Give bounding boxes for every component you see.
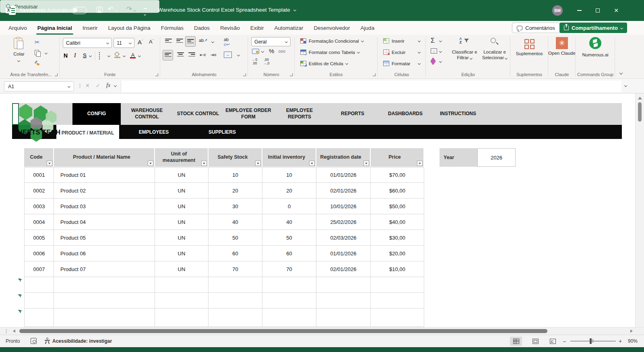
save-icon[interactable] [97, 7, 103, 13]
table-cell[interactable]: $50,00 [371, 199, 424, 214]
ribbon-tab-ajuda[interactable]: Ajuda [355, 21, 380, 35]
align-top-icon[interactable] [165, 39, 172, 43]
table-cell[interactable]: 02/01/2026 [316, 261, 371, 277]
underline-button[interactable]: S [83, 52, 87, 58]
clipboard-dialog-launcher[interactable] [55, 73, 58, 76]
number-format-select[interactable]: Geral [251, 37, 291, 46]
table-cell[interactable]: 20 [262, 183, 316, 198]
clear-dropdown[interactable] [439, 60, 442, 63]
table-cell[interactable]: 0005 [24, 230, 54, 245]
horizontal-scroll-thumb[interactable] [19, 329, 547, 333]
table-cell[interactable]: 0003 [24, 199, 54, 214]
table-cell[interactable]: Product 01 [54, 168, 155, 182]
table-cell[interactable]: Product 05 [54, 230, 155, 245]
conditional-formatting-button[interactable]: Formatação Condicional [300, 38, 363, 43]
copy-dropdown[interactable] [45, 52, 47, 54]
open-claude-button[interactable]: ✳ Open Claude [548, 37, 576, 56]
table-cell[interactable]: 02/01/2026 [316, 183, 371, 198]
table-cell[interactable]: $20,00 [371, 246, 424, 261]
ribbon-tab-p-gina-inicial[interactable]: Página Inicial [32, 21, 77, 35]
table-cell[interactable]: Product 03 [54, 199, 155, 214]
ribbon-tab-revis-o[interactable]: Revisão [215, 21, 245, 35]
table-cell[interactable]: 0 [262, 199, 316, 214]
table-cell[interactable]: $70,00 [371, 168, 424, 182]
fill-color-dropdown[interactable] [123, 54, 126, 57]
font-size-select[interactable]: 11 [114, 38, 134, 48]
align-center-icon[interactable] [177, 52, 184, 56]
table-cell[interactable]: 0004 [24, 214, 54, 230]
accounting-format-icon[interactable] [252, 49, 259, 54]
horizontal-scrollbar[interactable]: ⋮ [0, 327, 644, 335]
sheet-nav-tab-instructions[interactable]: INSTRUCTIONS [430, 103, 486, 125]
formula-bar-handle[interactable]: ⋮ [77, 83, 83, 89]
table-cell[interactable]: 0001 [24, 168, 54, 182]
page-layout-view-button[interactable] [529, 337, 541, 346]
table-cell[interactable]: 50 [208, 230, 262, 245]
font-family-select[interactable]: Calibri [63, 38, 112, 48]
avatar[interactable]: BM [552, 5, 563, 16]
page-break-view-button[interactable] [547, 337, 559, 346]
sheet-sub-tab-product-material[interactable]: PRODUCT / MATERIAL [56, 125, 119, 141]
table-cell[interactable]: $10,00 [371, 261, 424, 277]
filter-button-unit-of-measurement[interactable] [201, 161, 207, 166]
increase-indent-icon[interactable]: ⇥≡ [210, 52, 217, 58]
sheet-nav-tab-employee-reports[interactable]: EMPLOYEE REPORTS [275, 103, 324, 125]
sheet-nav-tab-warehouse-control[interactable]: WAREHOUSE CONTROL [120, 103, 173, 125]
align-bottom-button[interactable] [185, 36, 196, 47]
table-cell[interactable]: 10 [208, 168, 262, 182]
addins-button[interactable]: Suplementos [510, 38, 548, 56]
fill-color-icon[interactable] [114, 52, 121, 58]
selected-cell-outline[interactable] [12, 103, 19, 125]
styles-dialog-launcher[interactable] [373, 73, 376, 76]
orientation-dropdown[interactable] [211, 40, 214, 43]
zoom-slider-thumb[interactable] [590, 338, 592, 344]
format-cells-button[interactable]: Formatar [383, 61, 420, 66]
ribbon-tab-dados[interactable]: Dados [189, 21, 215, 35]
orientation-icon[interactable]: ab↗ [199, 38, 207, 43]
accessibility-icon[interactable] [44, 338, 50, 344]
alignment-dialog-launcher[interactable] [243, 73, 246, 76]
table-cell[interactable]: 40 [208, 214, 262, 230]
ribbon-tab-desenvolvedor[interactable]: Desenvolvedor [309, 21, 355, 35]
cut-icon[interactable]: ✂ [35, 39, 40, 46]
sheet-sub-tab-employees[interactable]: EMPLOYEES [130, 125, 178, 139]
align-middle-icon[interactable] [176, 39, 183, 43]
decrease-font-icon[interactable]: Aˇ [149, 39, 153, 45]
zoom-in-button[interactable]: + [619, 338, 622, 344]
insert-function-icon[interactable]: fx [106, 82, 110, 89]
sheet-tab-splitter[interactable]: ⋮ [4, 328, 9, 334]
table-cell[interactable] [54, 309, 155, 327]
table-cell[interactable] [371, 277, 424, 292]
table-cell[interactable]: $40,00 [371, 214, 424, 230]
table-cell[interactable] [316, 277, 371, 292]
enter-icon[interactable]: ✓ [96, 83, 100, 89]
zoom-level[interactable]: 90% [628, 338, 638, 344]
name-box[interactable]: A1 [4, 81, 74, 91]
table-cell[interactable]: 50 [262, 230, 316, 245]
table-cell[interactable] [208, 309, 262, 327]
normal-view-button[interactable] [510, 337, 522, 346]
table-cell[interactable]: 0002 [24, 183, 54, 198]
table-cell[interactable]: Product 02 [54, 183, 155, 198]
format-painter-icon[interactable] [35, 60, 40, 66]
filter-button-initial-inventory[interactable] [309, 161, 315, 166]
maximize-button[interactable] [588, 0, 607, 21]
align-right-icon[interactable] [188, 52, 195, 56]
insert-cells-button[interactable]: Inserir [383, 38, 420, 43]
numerous-button[interactable]: Numerous.ai [576, 37, 615, 57]
font-dialog-launcher[interactable] [155, 73, 158, 76]
filter-button-product-material-name[interactable] [148, 161, 153, 166]
insert-function-dropdown[interactable] [114, 84, 117, 87]
table-cell[interactable] [262, 277, 316, 292]
share-button[interactable]: Compartilhamento [559, 23, 627, 33]
italic-button[interactable]: I [74, 52, 76, 59]
font-color-icon[interactable]: A [130, 51, 136, 58]
table-cell[interactable] [316, 309, 371, 327]
table-cell[interactable]: 20 [208, 183, 262, 198]
zoom-out-button[interactable]: − [563, 338, 566, 345]
table-cell[interactable] [54, 277, 155, 292]
table-cell[interactable]: 10/01/2026 [316, 199, 371, 214]
accounting-dropdown[interactable] [261, 50, 264, 53]
table-cell[interactable]: 60 [262, 246, 316, 261]
scroll-up-icon[interactable] [638, 97, 642, 99]
